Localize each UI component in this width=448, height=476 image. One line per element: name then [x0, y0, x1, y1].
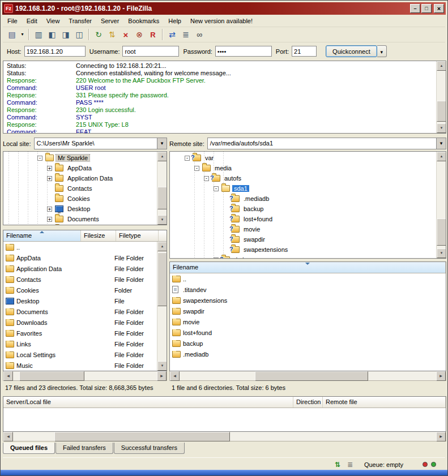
tree-expander-icon[interactable]: +	[47, 176, 52, 181]
tree-item[interactable]: +AppData	[3, 163, 157, 173]
scroll-left-icon[interactable]	[170, 371, 180, 381]
tree-expander-icon[interactable]: +	[47, 207, 52, 212]
refresh-button[interactable]: ↻	[92, 28, 105, 41]
scrollbar-thumb[interactable]	[54, 432, 230, 441]
tree-item[interactable]: Cookies	[3, 194, 157, 204]
column-header-filename[interactable]: Filename	[3, 230, 81, 241]
file-row[interactable]: swapextensions	[170, 295, 446, 306]
tree-item[interactable]: -var	[170, 153, 436, 163]
log-scrollbar[interactable]	[436, 61, 446, 133]
local-list-scrollbar[interactable]	[157, 242, 167, 371]
cancel-button[interactable]: ×	[119, 28, 133, 41]
file-row[interactable]: DownloadsFile Folder	[3, 317, 157, 328]
tree-item[interactable]: +dvd	[170, 255, 436, 258]
maximize-button[interactable]: □	[421, 4, 432, 13]
directory-comparison-icon[interactable]	[345, 460, 355, 469]
tree-item[interactable]: -sda1	[170, 183, 436, 194]
toggle-message-log-button[interactable]: ▥	[32, 28, 45, 41]
menu-item-view[interactable]: View	[42, 16, 65, 25]
close-button[interactable]: ×	[434, 4, 444, 13]
scrollbar-thumb[interactable]	[255, 371, 368, 381]
menu-item-server[interactable]: Server	[96, 16, 123, 25]
file-row[interactable]: ..	[170, 273, 446, 284]
file-row[interactable]: ContactsFile Folder	[3, 274, 157, 285]
file-row[interactable]: DesktopFile	[3, 295, 157, 306]
tree-item[interactable]: Contacts	[3, 183, 157, 194]
menu-item-help[interactable]: Help	[164, 16, 186, 25]
tree-item[interactable]: backup	[170, 204, 436, 214]
scroll-right-icon[interactable]	[436, 432, 446, 441]
chevron-down-icon[interactable]	[436, 138, 446, 149]
process-queue-button[interactable]: ⇅	[105, 28, 119, 41]
file-row[interactable]: Local SettingsFile Folder	[3, 349, 157, 360]
file-row[interactable]: backup	[170, 338, 446, 349]
reconnect-button[interactable]: R	[146, 28, 160, 41]
file-row[interactable]: LinksFile Folder	[3, 338, 157, 349]
tree-expander-icon[interactable]: -	[185, 156, 190, 161]
scroll-left-icon[interactable]	[3, 371, 13, 381]
title-bar[interactable]: Fz 192.168.1.20 - root@192.168.1.20 - Fi…	[2, 2, 446, 15]
remote-list-hscrollbar[interactable]	[169, 371, 446, 381]
scroll-up-icon[interactable]	[437, 61, 446, 71]
remote-tree-scrollbar[interactable]	[436, 152, 446, 258]
tree-expander-icon[interactable]: +	[47, 217, 52, 222]
scroll-up-icon[interactable]	[157, 242, 167, 251]
speed-limits-icon[interactable]	[332, 460, 343, 469]
toggle-local-tree-button[interactable]: ◧	[45, 28, 59, 41]
column-header-remote-file[interactable]: Remote file	[323, 397, 446, 408]
site-manager-dropdown-button[interactable]: ▾	[19, 28, 26, 41]
disconnect-button[interactable]: ⊗	[133, 28, 146, 41]
chevron-down-icon[interactable]	[157, 138, 167, 149]
toggle-queue-button[interactable]: ◫	[72, 28, 86, 41]
scroll-down-icon[interactable]	[437, 248, 446, 258]
tab-successful-transfers[interactable]: Successful transfers	[114, 443, 185, 454]
column-header-filesize[interactable]: Filesize	[81, 230, 116, 241]
scrollbar-thumb[interactable]	[437, 101, 446, 122]
scroll-right-icon[interactable]	[436, 371, 446, 381]
file-row[interactable]: lost+found	[170, 327, 446, 338]
queue-hscrollbar[interactable]	[3, 432, 446, 441]
tree-expander-icon[interactable]: -	[204, 176, 209, 181]
file-row[interactable]: ..	[3, 242, 157, 252]
tree-item[interactable]: +Documents	[3, 214, 157, 224]
minimize-button[interactable]: –	[410, 4, 420, 13]
menu-item-new-version-available[interactable]: New version available!	[186, 16, 257, 25]
toggle-remote-tree-button[interactable]: ◨	[59, 28, 72, 41]
tree-item[interactable]: .mediadb	[170, 194, 436, 204]
tab-failed-transfers[interactable]: Failed transfers	[56, 443, 113, 454]
file-row[interactable]: movie	[170, 316, 446, 327]
tree-item[interactable]: -media	[170, 163, 436, 173]
scrollbar-thumb[interactable]	[437, 218, 446, 246]
column-header-filetype[interactable]: Filetype	[116, 230, 159, 241]
tree-item[interactable]: -Mr Sparkle	[3, 153, 157, 163]
file-row[interactable]: CookiesFolder	[3, 285, 157, 295]
scroll-down-icon[interactable]	[157, 361, 167, 371]
column-header-filename[interactable]: Filename	[170, 262, 446, 273]
filter-button[interactable]: ⇄	[165, 28, 179, 41]
local-site-combo[interactable]: C:\Users\Mr Sparkle\	[34, 138, 167, 149]
compare-button[interactable]: ≣	[179, 28, 193, 41]
file-row[interactable]: DocumentsFile Folder	[3, 306, 157, 317]
scroll-up-icon[interactable]	[157, 152, 167, 161]
tree-item[interactable]: movie	[170, 224, 436, 234]
remote-site-combo[interactable]: /var/media/autofs/sda1	[207, 138, 446, 149]
scroll-down-icon[interactable]	[157, 215, 167, 225]
menu-item-file[interactable]: File	[3, 16, 22, 25]
local-list-hscrollbar[interactable]	[3, 371, 167, 381]
local-tree-scrollbar[interactable]	[157, 152, 167, 225]
file-row[interactable]: .titandev	[170, 284, 446, 295]
scrollbar-thumb[interactable]	[19, 371, 84, 381]
tree-expander-icon[interactable]: +	[47, 166, 52, 171]
menu-item-transfer[interactable]: Transfer	[64, 16, 96, 25]
tree-expander-icon[interactable]: +	[214, 258, 219, 259]
scrollbar-thumb[interactable]	[157, 252, 167, 306]
quickconnect-button[interactable]: Quickconnect	[326, 45, 377, 57]
host-input[interactable]	[24, 46, 86, 57]
tree-item[interactable]: swapextensions	[170, 245, 436, 255]
find-button[interactable]: ∞	[193, 28, 206, 41]
scrollbar-thumb[interactable]	[157, 187, 167, 209]
scroll-left-icon[interactable]	[3, 432, 13, 441]
scroll-down-icon[interactable]	[437, 123, 446, 133]
site-manager-button[interactable]: ▤	[5, 28, 19, 41]
menu-item-edit[interactable]: Edit	[22, 16, 42, 25]
